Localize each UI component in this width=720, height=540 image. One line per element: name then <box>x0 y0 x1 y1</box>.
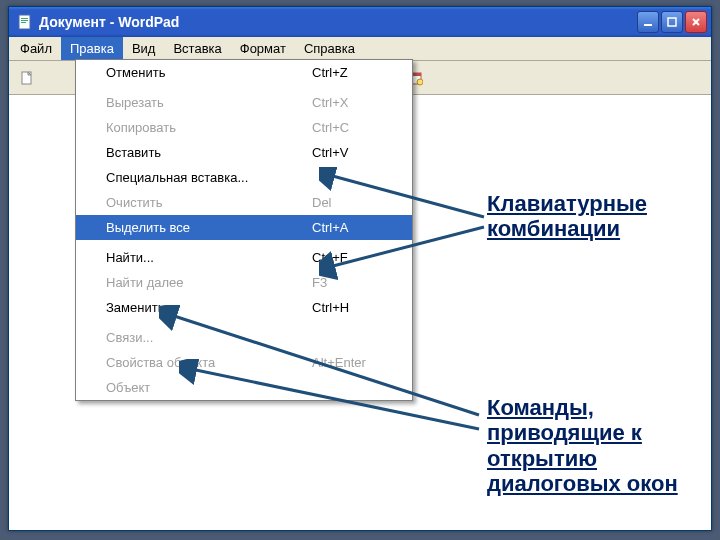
menu-replace[interactable]: Заменить...Ctrl+H <box>76 295 412 320</box>
menu-object-props[interactable]: Свойства объектаAlt+Enter <box>76 350 412 375</box>
menu-undo[interactable]: ОтменитьCtrl+Z <box>76 60 412 85</box>
svg-rect-2 <box>21 20 28 21</box>
menu-file[interactable]: Файл <box>11 37 61 60</box>
menu-clear[interactable]: ОчиститьDel <box>76 190 412 215</box>
menu-edit[interactable]: Правка <box>61 37 123 60</box>
menu-cut[interactable]: ВырезатьCtrl+X <box>76 90 412 115</box>
window-buttons <box>637 11 707 33</box>
menu-help[interactable]: Справка <box>295 37 364 60</box>
annotation-keyboard: Клавиатурные комбинации <box>487 191 702 242</box>
svg-rect-1 <box>21 18 28 19</box>
menu-copy[interactable]: КопироватьCtrl+C <box>76 115 412 140</box>
titlebar[interactable]: Документ - WordPad <box>9 7 711 37</box>
svg-point-9 <box>417 79 423 85</box>
menu-paste-special[interactable]: Специальная вставка... <box>76 165 412 190</box>
separator <box>78 322 410 323</box>
menu-find-next[interactable]: Найти далееF3 <box>76 270 412 295</box>
menu-links[interactable]: Связи... <box>76 325 412 350</box>
menu-object[interactable]: Объект <box>76 375 412 400</box>
svg-rect-5 <box>668 18 676 26</box>
edit-menu-dropdown: ОтменитьCtrl+Z ВырезатьCtrl+X Копировать… <box>75 59 413 401</box>
app-window: Документ - WordPad Файл Правка Вид Встав… <box>8 6 712 531</box>
close-button[interactable] <box>685 11 707 33</box>
menu-paste[interactable]: ВставитьCtrl+V <box>76 140 412 165</box>
app-icon <box>17 14 33 30</box>
separator <box>78 242 410 243</box>
annotation-dialogs: Команды, приводящие к открытию диалоговы… <box>487 395 702 496</box>
menubar: Файл Правка Вид Вставка Формат Справка <box>9 37 711 61</box>
menu-insert[interactable]: Вставка <box>164 37 230 60</box>
minimize-button[interactable] <box>637 11 659 33</box>
menu-find[interactable]: Найти...Ctrl+F <box>76 245 412 270</box>
new-button[interactable] <box>15 66 39 90</box>
maximize-button[interactable] <box>661 11 683 33</box>
window-title: Документ - WordPad <box>39 14 637 30</box>
svg-rect-4 <box>644 24 652 26</box>
menu-view[interactable]: Вид <box>123 37 165 60</box>
separator <box>78 87 410 88</box>
menu-select-all[interactable]: Выделить всеCtrl+A <box>76 215 412 240</box>
svg-rect-3 <box>21 22 26 23</box>
menu-format[interactable]: Формат <box>231 37 295 60</box>
